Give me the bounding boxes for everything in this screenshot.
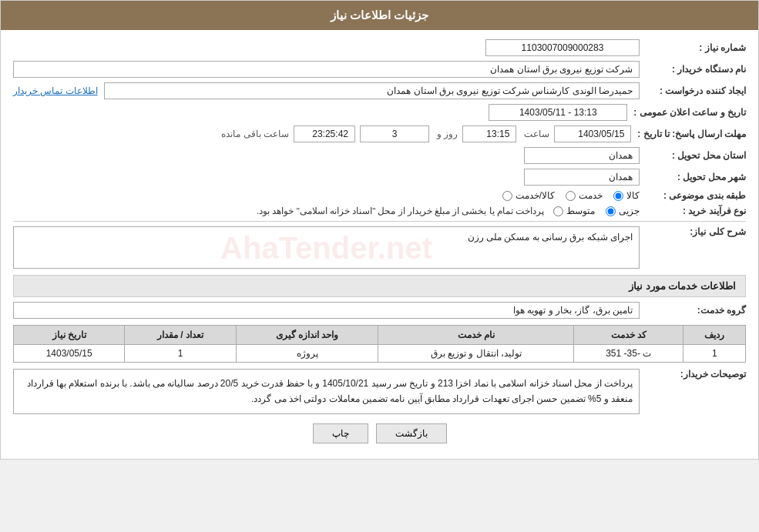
category-khadamat-option[interactable]: خدمت: [566, 190, 603, 201]
purchase-jozvi-label: جزیی: [619, 206, 640, 216]
category-kala-khadamat-label: کالا/خدمت: [516, 190, 555, 201]
purchase-motavaset-label: متوسط: [566, 206, 595, 216]
province-label: استان محل تحویل :: [646, 150, 746, 161]
category-khadamat-radio[interactable]: [566, 191, 576, 201]
deadline-days: 3: [360, 125, 429, 142]
category-kala-radio[interactable]: [613, 191, 623, 201]
purchase-motavaset-option[interactable]: متوسط: [553, 206, 595, 216]
col-header-qty: تعداد / مقدار: [125, 326, 236, 345]
city-label: شهر محل تحویل :: [646, 172, 746, 182]
cell-date: 1403/05/15: [14, 345, 125, 363]
category-kala-option[interactable]: کالا: [613, 190, 640, 201]
page-title: جزئیات اطلاعات نیاز: [1, 1, 758, 30]
table-row: 1 ت -35- 351 تولید، انتقال و توزیع برق پ…: [14, 345, 746, 363]
category-khadamat-label: خدمت: [579, 190, 603, 201]
announce-date-value: 1403/05/11 - 13:13: [489, 104, 627, 121]
purchase-jozvi-option[interactable]: جزیی: [606, 206, 640, 216]
deadline-date: 1403/05/15: [554, 125, 631, 142]
footer-buttons: بازگشت چاپ: [13, 423, 746, 443]
purchase-type-label: نوع فرآیند خرید :: [646, 206, 746, 216]
cell-code: ت -35- 351: [573, 345, 683, 363]
services-table: ردیف کد خدمت نام خدمت واحد اندازه گیری ت…: [13, 325, 746, 363]
back-button[interactable]: بازگشت: [376, 423, 447, 443]
deadline-time-label: ساعت: [524, 129, 549, 139]
need-number-value: 1103007009000283: [485, 39, 640, 56]
col-header-date: تاریخ نیاز: [14, 326, 125, 345]
services-header: اطلاعات خدمات مورد نیاز: [13, 275, 746, 297]
description-label: شرح کلی نیاز:: [646, 226, 746, 237]
category-kala-label: کالا: [626, 190, 640, 201]
service-group-value: تامین برق، گاز، بخار و تهویه هوا: [13, 302, 640, 319]
service-group-label: گروه خدمت:: [646, 305, 746, 316]
divider-1: [13, 221, 746, 222]
category-kala-khadamat-option[interactable]: کالا/خدمت: [502, 190, 555, 201]
creator-contact-link[interactable]: اطلاعات تماس خریدار: [13, 85, 98, 96]
buyer-name-label: نام دستگاه خریدار :: [646, 64, 746, 75]
purchase-jozvi-radio[interactable]: [606, 206, 616, 216]
creator-value: حمیدرضا الوندی کارشناس شرکت توزیع نیروی …: [104, 82, 640, 99]
description-value: اجرای شبکه برق رسانی به مسکن ملی رزن: [468, 232, 633, 243]
deadline-days-label: روز و: [437, 129, 458, 139]
category-label: طبقه بندی موضوعی :: [646, 190, 746, 201]
cell-name: تولید، انتقال و توزیع برق: [378, 345, 574, 363]
buyer-notes-text: پرداخت از محل اسناد خزانه اسلامی با نماد…: [27, 378, 633, 404]
province-value: همدان: [524, 147, 640, 164]
col-header-unit: واحد اندازه گیری: [236, 326, 378, 345]
cell-row: 1: [683, 345, 746, 363]
purchase-motavaset-radio[interactable]: [553, 206, 563, 216]
deadline-time: 13:15: [462, 125, 516, 142]
cell-qty: 1: [125, 345, 236, 363]
buyer-name-value: شرکت توزیع نیروی برق استان همدان: [13, 61, 640, 78]
col-header-code: کد خدمت: [573, 326, 683, 345]
buyer-notes-label: توصیحات خریدار:: [646, 369, 746, 380]
need-number-label: شماره نیاز :: [646, 42, 746, 53]
city-value: همدان: [524, 169, 640, 186]
deadline-label: مهلت ارسال پاسخ: تا تاریخ :: [637, 129, 746, 139]
print-button[interactable]: چاپ: [313, 423, 368, 443]
creator-label: ایجاد کننده درخواست :: [646, 85, 746, 96]
purchase-note: پرداخت تمام یا بخشی از مبلغ خریدار از مح…: [257, 206, 544, 216]
deadline-remaining-label: ساعت باقی مانده: [221, 129, 289, 139]
col-header-name: نام خدمت: [378, 326, 574, 345]
cell-unit: پروژه: [236, 345, 378, 363]
deadline-remaining: 23:25:42: [294, 125, 355, 142]
buyer-notes-value: پرداخت از محل اسناد خزانه اسلامی با نماد…: [13, 369, 640, 414]
category-kala-khadamat-radio[interactable]: [502, 191, 512, 201]
col-header-row: ردیف: [683, 326, 746, 345]
announce-date-label: تاریخ و ساعت اعلان عمومی :: [633, 107, 746, 118]
